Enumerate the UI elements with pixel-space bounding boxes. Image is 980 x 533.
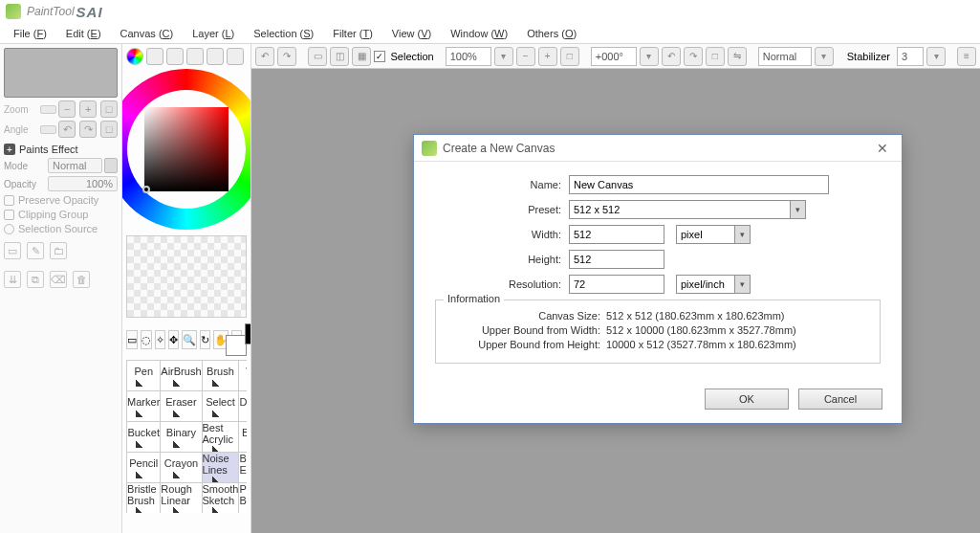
menu-window[interactable]: Window (W) bbox=[441, 25, 517, 42]
menu-canvas[interactable]: Canvas (C) bbox=[111, 25, 184, 42]
rot-dropdown-icon[interactable]: ▾ bbox=[640, 47, 659, 66]
magic-wand-icon[interactable]: ✧ bbox=[155, 330, 165, 349]
menu-selection[interactable]: Selection (S) bbox=[244, 25, 323, 42]
menu-file[interactable]: File (F) bbox=[4, 25, 56, 42]
stabilizer-field[interactable]: 3 bbox=[897, 47, 924, 66]
clipping-group-check[interactable]: Clipping Group bbox=[4, 209, 118, 220]
redo-button[interactable]: ↷ bbox=[277, 47, 296, 66]
color-wheel-mode-icon[interactable] bbox=[126, 48, 143, 65]
blend-dropdown-icon[interactable]: ▾ bbox=[815, 47, 834, 66]
color-swatches[interactable] bbox=[245, 323, 247, 356]
move-icon[interactable]: ✥ bbox=[168, 330, 179, 349]
zoom-field[interactable]: 100% bbox=[446, 47, 491, 66]
menu-filter[interactable]: Filter (T) bbox=[323, 25, 382, 42]
width-input[interactable] bbox=[569, 225, 664, 244]
gray-slider-icon[interactable] bbox=[186, 48, 204, 65]
rotation-field[interactable]: +000° bbox=[591, 47, 637, 66]
new-linework-icon[interactable]: ✎ bbox=[27, 242, 44, 259]
rgb-sliders-icon[interactable] bbox=[146, 48, 163, 65]
zoom-slider[interactable] bbox=[40, 105, 56, 114]
angle-reset-button[interactable]: □ bbox=[100, 121, 118, 138]
mode-select[interactable]: Normal bbox=[48, 158, 102, 173]
zoom-in-button[interactable]: + bbox=[79, 100, 97, 118]
extra-button[interactable]: ≡ bbox=[957, 47, 976, 66]
menu-edit[interactable]: Edit (E) bbox=[56, 25, 111, 42]
paints-effect-header[interactable]: + Paints Effect bbox=[4, 144, 118, 155]
dialog-titlebar[interactable]: Create a New Canvas ✕ bbox=[414, 135, 902, 162]
close-icon[interactable]: ✕ bbox=[871, 141, 894, 156]
scratchpad-panel[interactable] bbox=[126, 235, 247, 318]
rot-cw-button[interactable]: ↷ bbox=[684, 47, 703, 66]
rect-select-icon[interactable]: ▭ bbox=[126, 330, 138, 349]
new-layer-icon[interactable]: ▭ bbox=[4, 242, 21, 259]
showsel-button[interactable]: ▦ bbox=[352, 47, 371, 66]
brush-airbrush[interactable]: AirBrush bbox=[161, 361, 202, 391]
brush-noise-lines[interactable]: Noise Lines bbox=[203, 453, 240, 483]
selection-source-radio[interactable]: Selection Source bbox=[4, 223, 118, 234]
color-wheel[interactable] bbox=[122, 69, 251, 230]
transfer-down-icon[interactable]: ⇊ bbox=[4, 271, 21, 288]
rotate-icon[interactable]: ↻ bbox=[200, 330, 210, 349]
cancel-button[interactable]: Cancel bbox=[798, 389, 882, 410]
preset-select[interactable]: 512 x 512 bbox=[569, 200, 791, 219]
navigator-preview[interactable] bbox=[4, 48, 118, 98]
rot-reset-button[interactable]: □ bbox=[706, 47, 725, 66]
brush-marker[interactable]: Marker bbox=[127, 391, 161, 422]
lasso-icon[interactable]: ◌ bbox=[141, 330, 152, 349]
new-folder-icon[interactable]: 🗀 bbox=[50, 242, 67, 259]
hsv-sliders-icon[interactable] bbox=[166, 48, 184, 65]
preserve-opacity-check[interactable]: Preserve Opacity bbox=[4, 194, 118, 206]
stabilizer-dropdown-icon[interactable]: ▾ bbox=[926, 47, 946, 66]
brush-water[interactable]: Water bbox=[239, 361, 247, 391]
zoom-dropdown-icon[interactable]: ▾ bbox=[494, 47, 513, 66]
brush-smooth-sketch[interactable]: Smooth Sketch bbox=[203, 483, 240, 513]
brush-blender[interactable]: Blender bbox=[239, 422, 247, 453]
invert-button[interactable]: ◫ bbox=[330, 47, 349, 66]
opacity-field[interactable]: 100% bbox=[48, 176, 118, 191]
preset-dropdown-icon[interactable] bbox=[791, 200, 806, 219]
zoom-icon[interactable]: 🔍 bbox=[182, 330, 197, 349]
brush-select[interactable]: Select bbox=[203, 391, 240, 422]
blend-field[interactable]: Normal bbox=[758, 47, 812, 66]
brush-binary-eraser[interactable]: Binary Eraser bbox=[239, 453, 247, 483]
zoom-fit-button[interactable]: □ bbox=[560, 47, 579, 66]
brush-pen[interactable]: Pen bbox=[127, 361, 161, 391]
mode-dropdown-icon[interactable] bbox=[104, 158, 118, 173]
brush-best-acrylic[interactable]: Best Acrylic bbox=[203, 422, 240, 453]
delete-layer-icon[interactable]: 🗑 bbox=[73, 271, 90, 288]
menu-layer[interactable]: Layer (L) bbox=[183, 25, 244, 42]
zoom-out-button[interactable]: − bbox=[58, 100, 76, 118]
swatches-icon[interactable] bbox=[207, 48, 224, 65]
deselect-button[interactable]: ▭ bbox=[308, 47, 327, 66]
brush-brush[interactable]: Brush bbox=[203, 361, 240, 391]
brush-bucket[interactable]: Bucket bbox=[127, 422, 161, 453]
brush-binary[interactable]: Binary bbox=[161, 422, 202, 453]
angle-ccw-button[interactable]: ↶ bbox=[58, 121, 76, 138]
res-unit-select[interactable]: pixel/inch bbox=[676, 275, 735, 294]
size-unit-dropdown-icon[interactable] bbox=[735, 225, 751, 244]
merge-down-icon[interactable]: ⧉ bbox=[27, 271, 44, 288]
brush-deselect[interactable]: Deselect bbox=[239, 391, 247, 422]
angle-cw-button[interactable]: ↷ bbox=[79, 121, 97, 138]
clear-layer-icon[interactable]: ⌫ bbox=[50, 271, 67, 288]
undo-button[interactable]: ↶ bbox=[255, 47, 274, 66]
menu-view[interactable]: View (V) bbox=[382, 25, 441, 42]
resolution-input[interactable] bbox=[569, 275, 664, 294]
brush-bristle-brush[interactable]: Bristle Brush bbox=[127, 483, 161, 513]
zoom-reset-button[interactable]: □ bbox=[100, 100, 118, 118]
primary-color-swatch[interactable] bbox=[245, 323, 251, 344]
flip-h-button[interactable]: ⇋ bbox=[728, 47, 747, 66]
zoom-in-top-button[interactable]: + bbox=[538, 47, 557, 66]
brush-crayon[interactable]: Crayon bbox=[161, 453, 202, 483]
brush-rough-linear[interactable]: Rough Linear bbox=[161, 483, 202, 513]
brush-pencil[interactable]: Pencil bbox=[127, 453, 161, 483]
height-input[interactable] bbox=[569, 250, 664, 269]
angle-slider[interactable] bbox=[40, 125, 56, 134]
name-input[interactable] bbox=[569, 175, 829, 194]
size-unit-select[interactable]: pixel bbox=[676, 225, 735, 244]
ok-button[interactable]: OK bbox=[705, 389, 789, 410]
rot-ccw-button[interactable]: ↶ bbox=[662, 47, 681, 66]
zoom-out-top-button[interactable]: − bbox=[516, 47, 535, 66]
brush-eraser[interactable]: Eraser bbox=[161, 391, 202, 422]
selection-checkbox[interactable]: ✓ bbox=[374, 51, 385, 62]
